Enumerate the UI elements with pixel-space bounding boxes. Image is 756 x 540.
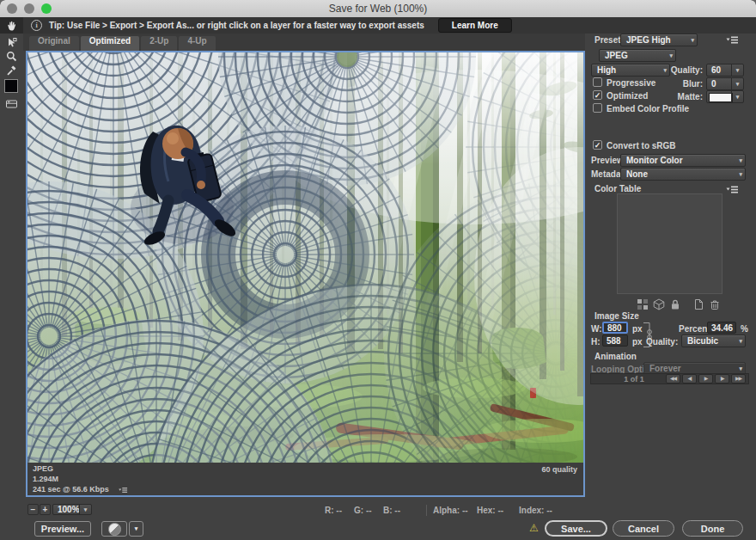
eyedropper-color-swatch[interactable] [4,79,18,93]
slice-select-tool[interactable] [0,35,23,50]
play-button[interactable]: ▶ [698,374,713,384]
slice-select-icon [5,36,18,49]
blur-stepper[interactable]: 0 ▾ [706,77,744,90]
metadata-value: None [626,169,648,179]
status-format: JPEG [33,463,128,474]
done-button[interactable]: Done [682,520,743,537]
tip-bar: i Tip: Use File > Export > Export As... … [23,17,756,34]
percent-unit: % [741,324,748,334]
previous-frame-button[interactable]: ◀| [682,374,697,384]
convert-to-srgb-label: Convert to sRGB [607,141,676,150]
chevron-down-icon: ▾ [669,52,673,58]
zoom-level-dropdown[interactable]: 100% ▾ [52,504,92,515]
chevron-down-icon: ▾ [739,170,742,177]
next-frame-button[interactable]: |▶ [715,374,729,384]
compression-value: High [597,65,616,75]
embed-color-profile-label: Embed Color Profile [607,104,689,114]
save-button[interactable]: Save... [545,520,607,537]
quality-label: Quality: [670,65,703,75]
preview-in-browser-button[interactable]: Preview... [34,521,91,537]
zoom-out-button[interactable]: − [27,504,39,515]
lock-icon[interactable] [669,298,681,310]
width-unit: px [632,324,643,334]
preview-image[interactable] [27,52,583,463]
preview-value: Monitor Color [626,156,683,165]
preset-dropdown[interactable]: JPEG High ▾ [620,34,698,46]
progressive-label: Progressive [607,78,655,88]
zoom-in-button[interactable]: + [40,504,51,515]
color-table-swatches[interactable] [617,193,722,294]
blur-label: Blur: [670,79,703,89]
resample-quality-dropdown[interactable]: Bicubic ▾ [681,334,746,347]
zoom-tool[interactable] [0,49,23,64]
frame-status: 1 of 1 [608,375,660,384]
chevron-down-icon: ▾ [731,91,743,102]
preview-status-bar: JPEG 1.294M 241 sec @ 56.6 Kbps 60 quali… [27,463,583,495]
preview-dropdown[interactable]: Monitor Color ▾ [620,154,746,167]
format-value: JPEG [605,51,628,60]
compression-quality-dropdown[interactable]: High ▾ [591,64,670,77]
metadata-dropdown[interactable]: None ▾ [620,168,746,181]
dither-icon[interactable] [637,298,649,310]
eyedropper-tool[interactable] [0,63,23,77]
first-frame-button[interactable]: ◀◀ [666,374,680,384]
slices-visibility-icon [5,98,18,110]
chevron-down-icon: ▾ [739,156,742,163]
height-field[interactable]: 588 [602,334,628,347]
preview-status-info: JPEG 1.294M 241 sec @ 56.6 Kbps [33,463,128,494]
matte-swatch-dropdown[interactable]: ▾ [706,90,744,103]
browser-list-chevron-button[interactable]: ▾ [129,521,143,537]
view-tabs: Original Optimized 2-Up 4-Up [23,34,585,51]
learn-more-button[interactable]: Learn More [438,18,512,33]
readout-b: B: -- [383,506,400,515]
chevron-down-icon: ▾ [663,66,667,73]
tab-original[interactable]: Original [29,36,79,51]
cancel-button[interactable]: Cancel [613,520,674,537]
width-field[interactable]: 880 [602,322,628,334]
percent-field[interactable]: 34.46 [707,322,736,334]
chevron-down-icon: ▾ [691,36,694,43]
preset-panel-menu-icon[interactable] [725,35,739,45]
format-dropdown[interactable]: JPEG ▾ [599,49,676,62]
optimized-preview-pane[interactable]: JPEG 1.294M 241 sec @ 56.6 Kbps 60 quali… [26,51,585,497]
photo-svg [27,52,583,463]
readout-g: G: -- [354,506,372,515]
toggle-slices-visibility[interactable] [0,96,23,111]
tab-optimized[interactable]: Optimized [81,36,139,51]
preset-value: JPEG High [626,35,671,45]
tab-4up[interactable]: 4-Up [179,36,215,51]
width-label: W: [591,324,602,334]
new-swatch-icon[interactable] [692,298,704,310]
window-titlebar[interactable]: Save for Web (100%) [0,0,756,18]
browser-select-button[interactable] [101,521,127,537]
height-unit: px [632,337,643,347]
trash-icon[interactable] [709,298,721,310]
chevron-down-icon: ▾ [739,337,742,344]
chevron-down-icon: ▾ [739,365,742,371]
animation-title: Animation [594,352,637,361]
readout-index: Index: -- [519,506,552,515]
hand-tool[interactable] [0,17,23,34]
status-quality: 60 quality [541,465,577,474]
quality-stepper[interactable]: 60 ▾ [706,64,744,77]
warning-icon: ⚠ [529,522,539,534]
convert-to-srgb-checkbox[interactable]: ✓ [593,140,602,150]
embed-color-profile-checkbox[interactable] [593,103,602,113]
chevron-down-icon: ▾ [731,64,743,76]
blur-value: 0 [711,79,716,89]
chevron-down-icon: ▾ [731,78,743,89]
status-filesize: 1.294M [33,474,128,484]
color-table-panel-menu-icon[interactable] [725,185,739,194]
quality-value: 60 [711,65,721,75]
tab-2up[interactable]: 2-Up [141,36,177,51]
matte-label: Matte: [667,92,703,101]
last-frame-button[interactable]: ▶▶ [731,374,746,384]
readout-divider [426,505,427,516]
preset-label: Preset: [594,35,624,45]
image-size-title: Image Size [594,311,639,321]
window-title: Save for Web (100%) [0,3,756,15]
web-safe-cube-icon[interactable] [653,298,665,310]
optimized-checkbox[interactable]: ✓ [593,90,602,100]
status-menu-icon[interactable] [118,487,128,494]
progressive-checkbox[interactable] [593,77,602,87]
